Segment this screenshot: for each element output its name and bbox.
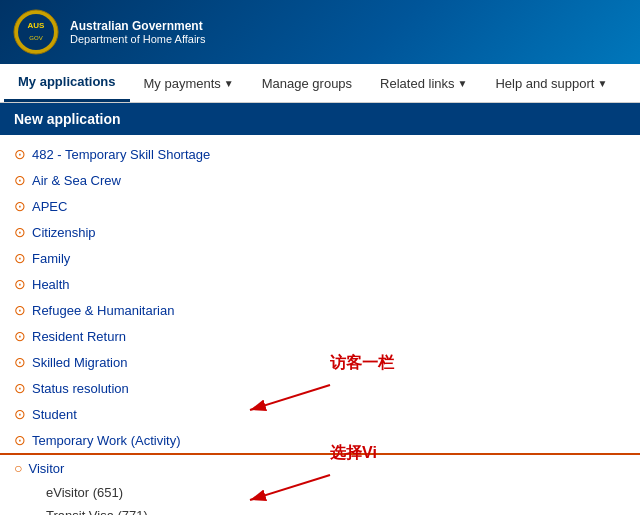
circle-icon: ⊙ [14,172,26,188]
svg-text:GOV: GOV [29,35,42,41]
gov-label: Australian Government [70,19,206,33]
sub-item-evisitor[interactable]: eVisitor (651) [32,481,640,504]
circle-icon: ⊙ [14,302,26,318]
svg-text:AUS: AUS [28,21,46,30]
circle-icon: ⊙ [14,224,26,240]
navbar: My applications My payments ▼ Manage gro… [0,64,640,103]
circle-icon: ⊙ [14,198,26,214]
main-content: New application ⊙ 482 - Temporary Skill … [0,103,640,515]
section-heading: New application [0,103,640,135]
circle-icon: ⊙ [14,328,26,344]
circle-icon: ⊙ [14,380,26,396]
list-item[interactable]: ⊙ 482 - Temporary Skill Shortage [0,141,640,167]
circle-icon: ⊙ [14,432,26,448]
list-container: ⊙ 482 - Temporary Skill Shortage ⊙ Air &… [0,135,640,515]
circle-icon: ⊙ [14,406,26,422]
visitor-sub-items: eVisitor (651) Transit Visa (771) Visito… [0,481,640,515]
list-item[interactable]: ⊙ Air & Sea Crew [0,167,640,193]
list-item[interactable]: ⊙ Skilled Migration [0,349,640,375]
nav-my-payments[interactable]: My payments ▼ [130,64,248,102]
header-text: Australian Government Department of Home… [70,19,206,45]
app-list: ⊙ 482 - Temporary Skill Shortage ⊙ Air &… [0,135,640,515]
circle-icon: ○ [14,460,22,476]
svg-point-1 [18,14,54,50]
circle-icon: ⊙ [14,276,26,292]
circle-icon: ⊙ [14,146,26,162]
list-item[interactable]: ⊙ Temporary Work (Activity) [0,427,640,453]
chevron-down-icon-3: ▼ [597,78,607,89]
list-item[interactable]: ⊙ Citizenship [0,219,640,245]
list-item[interactable]: ⊙ APEC [0,193,640,219]
nav-related-links[interactable]: Related links ▼ [366,64,481,102]
list-item[interactable]: ⊙ Health [0,271,640,297]
chevron-down-icon: ▼ [224,78,234,89]
header: AUS GOV Australian Government Department… [0,0,640,64]
list-item[interactable]: ⊙ Resident Return [0,323,640,349]
circle-icon: ⊙ [14,250,26,266]
nav-my-applications[interactable]: My applications [4,64,130,102]
list-item[interactable]: ⊙ Student [0,401,640,427]
sub-item-transit[interactable]: Transit Visa (771) [32,504,640,515]
chevron-down-icon-2: ▼ [458,78,468,89]
list-item[interactable]: ⊙ Refugee & Humanitarian [0,297,640,323]
dept-label: Department of Home Affairs [70,33,206,45]
gov-logo: AUS GOV [12,8,60,56]
list-item[interactable]: ⊙ Family [0,245,640,271]
nav-help-support[interactable]: Help and support ▼ [481,64,621,102]
list-item[interactable]: ⊙ Status resolution [0,375,640,401]
circle-icon: ⊙ [14,354,26,370]
page-wrapper: AUS GOV Australian Government Department… [0,0,640,515]
nav-manage-groups[interactable]: Manage groups [248,64,366,102]
visitor-item[interactable]: ○ Visitor [0,453,640,481]
